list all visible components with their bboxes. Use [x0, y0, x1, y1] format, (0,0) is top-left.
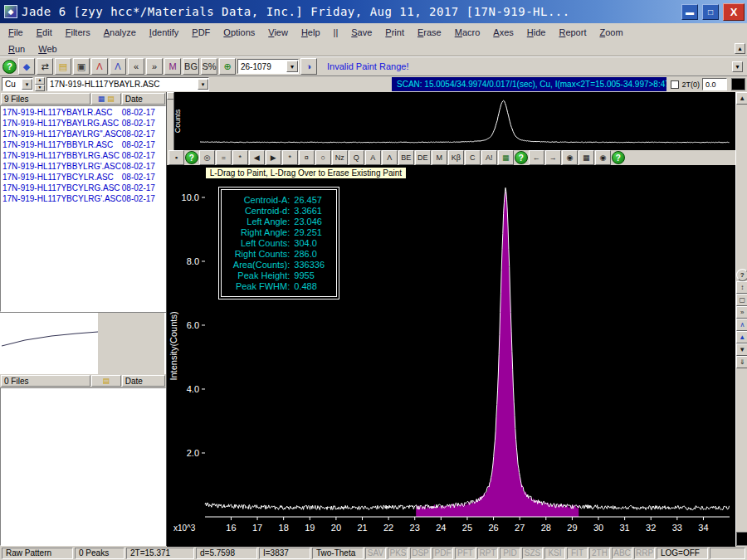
menu-item-separator[interactable]: || — [327, 24, 345, 41]
status-button-szs[interactable]: SZS — [522, 548, 543, 559]
back-icon[interactable]: ← — [529, 150, 544, 165]
status-button-pdf[interactable]: PDF — [432, 548, 453, 559]
file-list-item[interactable]: 17N-919-HL117YBBYLRG.ASC08-02-17 — [1, 150, 165, 161]
menu-item-macro[interactable]: Macro — [448, 24, 487, 41]
menu-item-edit[interactable]: Edit — [30, 24, 59, 41]
main-chart-area[interactable]: 161718192021222324252627282930313233342.… — [167, 165, 735, 547]
file-list-item[interactable]: 17N-919-HL117YBAYLR.ASC08-02-17 — [1, 107, 165, 118]
pattern-spinner[interactable]: ▲▼ — [35, 77, 45, 91]
scroll-down-icon[interactable]: ▼ — [736, 343, 747, 356]
menu-item-print[interactable]: Print — [378, 24, 411, 41]
file-count-bottom[interactable]: 0 Files — [1, 375, 90, 387]
dot-icon[interactable]: ◉ — [562, 150, 578, 165]
star-icon[interactable]: * — [232, 150, 248, 165]
menu-item-axes[interactable]: Axes — [486, 24, 520, 41]
de-icon[interactable]: DE — [415, 150, 431, 165]
maximize-button[interactable]: □ — [702, 4, 719, 20]
chevron-down-icon[interactable]: ▾ — [198, 79, 208, 90]
active-file-combo[interactable]: 17N-919-HL117YBAYLR.ASC ▾ — [46, 77, 209, 91]
forward-icon[interactable]: → — [545, 150, 561, 165]
open-folder-icon[interactable]: ▤ — [55, 58, 71, 75]
two-theta-zero-checkbox[interactable] — [671, 80, 679, 89]
file-list-item[interactable]: 17N-919-HL117YBAYLRG.ASC08-02-17 — [1, 118, 165, 129]
status-button-pks[interactable]: PKS — [388, 548, 408, 559]
shift-right-icon[interactable]: » — [146, 58, 163, 75]
minimize-button[interactable]: ▬ — [681, 4, 698, 20]
nz-icon[interactable]: Nz — [332, 150, 348, 165]
profile-icon[interactable]: Λ — [382, 150, 398, 165]
diamond-icon[interactable]: ◆ — [18, 58, 35, 75]
columns-icon[interactable]: ▦ — [98, 95, 105, 103]
help3-icon[interactable]: ? — [612, 151, 625, 164]
help-icon[interactable]: ? — [2, 60, 17, 74]
help2-icon[interactable]: ? — [515, 151, 528, 164]
date-column-header-bottom[interactable]: Date — [122, 375, 165, 387]
to-bottom-icon[interactable]: ⇓ — [736, 356, 747, 368]
menu-item-help[interactable]: Help — [295, 24, 327, 41]
star2-icon[interactable]: * — [282, 150, 298, 165]
pattern-thumbnail[interactable] — [0, 312, 166, 374]
menu-item-view[interactable]: View — [261, 24, 295, 41]
zoom-icon[interactable]: Q — [349, 150, 364, 165]
eyedropper-icon[interactable]: ◑ — [300, 58, 317, 75]
spin-up-icon[interactable]: ▲ — [35, 77, 45, 85]
status-button-fit[interactable]: FIT — [567, 548, 588, 559]
menu-item-analyze[interactable]: Analyze — [97, 24, 143, 41]
compare-arrows-icon[interactable]: ⇄ — [37, 58, 53, 75]
menu-item-zoom[interactable]: Zoom — [593, 24, 629, 41]
anode-combo[interactable]: Cu ▾ — [2, 77, 33, 91]
be-icon[interactable]: BE — [398, 150, 414, 165]
spin-down-icon[interactable]: ▼ — [35, 85, 45, 92]
toolbar-overflow-icon[interactable]: ▾ — [732, 61, 743, 72]
date-column-header[interactable]: Date — [122, 93, 165, 105]
status-button-dsp[interactable]: DSP — [410, 548, 431, 559]
slider-handle[interactable] — [167, 92, 174, 100]
file-list[interactable]: 17N-919-HL117YBAYLR.ASC08-02-1717N-919-H… — [0, 105, 166, 312]
folder-icon[interactable]: ▤ — [107, 95, 115, 103]
empty-file-list[interactable] — [0, 387, 166, 546]
file-list-item[interactable]: 17N-919-HL117YBBYLRG'.ASC08-02-17 — [1, 161, 165, 172]
full-range-icon[interactable]: ▢ — [736, 294, 747, 306]
kbeta-icon[interactable]: Kβ — [448, 150, 464, 165]
ai-icon[interactable]: A! — [481, 150, 497, 165]
close-button[interactable]: X — [723, 3, 745, 21]
file-list-item[interactable]: 17N-919-HL117YBCYLR.ASC08-02-17 — [1, 172, 165, 183]
grid-icon[interactable]: ▦ — [498, 150, 514, 165]
menu-item-identify[interactable]: Identify — [143, 24, 185, 41]
menu-item-pdf[interactable]: PDF — [185, 24, 217, 41]
target-icon[interactable]: ◎ — [199, 150, 215, 165]
pattern-blue-icon[interactable]: Λ — [110, 58, 126, 75]
help-icon[interactable]: ? — [736, 269, 747, 281]
zoom-y-icon[interactable]: ∧ — [736, 319, 747, 331]
menu-item-web[interactable]: Web — [32, 41, 63, 57]
expand-vertical-icon[interactable]: ↕ — [736, 281, 747, 294]
status-button-pft[interactable]: PFT — [455, 548, 476, 559]
m-icon[interactable]: M — [432, 150, 447, 165]
shift-left-icon[interactable]: « — [128, 58, 144, 75]
arrow-left-icon[interactable]: ◀ — [249, 150, 265, 165]
arrow-right-icon[interactable]: ▶ — [266, 150, 281, 165]
menu-item-file[interactable]: File — [2, 24, 30, 41]
menu-overflow-icon[interactable]: ▴ — [735, 43, 745, 54]
axis-units[interactable]: Two-Theta — [312, 548, 364, 559]
log-toggle[interactable]: LOG=OFF — [657, 548, 708, 559]
folder-icon[interactable]: ▤ — [103, 377, 110, 385]
overview-chart-area[interactable]: Counts — [167, 92, 735, 150]
scroll-up2-icon[interactable]: ▲ — [736, 331, 747, 343]
scroll-up-icon[interactable]: ▲ — [736, 92, 747, 105]
menu-item-save[interactable]: Save — [344, 24, 378, 41]
menu-item-erase[interactable]: Erase — [411, 24, 448, 41]
offset-field[interactable]: 0.0 — [702, 78, 727, 90]
file-list-item[interactable]: 17N-919-HL117YBAYLRG".ASC08-02-17 — [1, 129, 165, 139]
status-button-ksi[interactable]: KSI — [544, 548, 565, 559]
status-button-sav[interactable]: SAV — [365, 548, 386, 559]
menu-item-report[interactable]: Report — [552, 24, 593, 41]
menu-item-run[interactable]: Run — [2, 41, 32, 57]
background-icon[interactable]: BG — [183, 58, 199, 75]
dot2-icon[interactable]: ◉ — [595, 150, 611, 165]
web-globe-icon[interactable]: ⊕ — [219, 58, 236, 75]
chevron-down-icon[interactable]: ▾ — [22, 79, 32, 90]
status-button-2th[interactable]: 2TH — [589, 548, 610, 559]
file-list-item[interactable]: 17N-919-HL117YBCYLRG'.ASC08-02-17 — [1, 193, 165, 204]
panel-toggle-icon[interactable]: ▪ — [168, 150, 184, 165]
